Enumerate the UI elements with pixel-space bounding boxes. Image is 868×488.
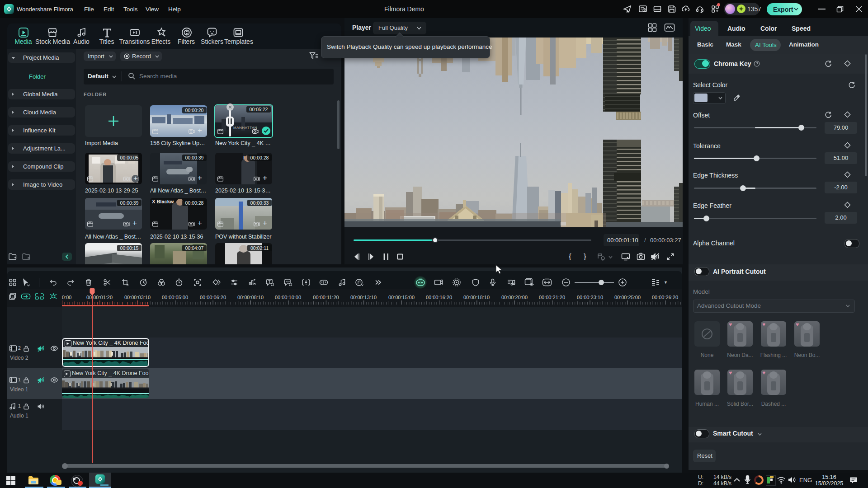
svg-text:00:00:25:00: 00:00:25:00 [614, 295, 641, 300]
svg-text:00:00:21:20: 00:00:21:20 [539, 295, 565, 300]
svg-text:00:00:06:20: 00:00:06:20 [200, 295, 226, 300]
svg-text:00:00:23:10: 00:00:23:10 [577, 295, 603, 300]
svg-text:00:00:00: 00:00:00 [62, 295, 71, 300]
svg-text:00:00:15:00: 00:00:15:00 [388, 295, 415, 300]
svg-text:00:00:26:20: 00:00:26:20 [652, 295, 678, 300]
svg-text:00:00:13:10: 00:00:13:10 [350, 295, 377, 300]
svg-text:00:00:16:20: 00:00:16:20 [426, 295, 452, 300]
svg-text:00:00:18:10: 00:00:18:10 [463, 295, 490, 300]
svg-text:00:00:05:00: 00:00:05:00 [162, 295, 188, 300]
svg-text:00:00:08:10: 00:00:08:10 [237, 295, 264, 300]
svg-text:00:00:10:00: 00:00:10:00 [275, 295, 301, 300]
svg-text:00:00:11:20: 00:00:11:20 [313, 295, 339, 300]
svg-text:00:00:20:00: 00:00:20:00 [501, 295, 528, 300]
svg-text:00:00:03:10: 00:00:03:10 [124, 295, 151, 300]
